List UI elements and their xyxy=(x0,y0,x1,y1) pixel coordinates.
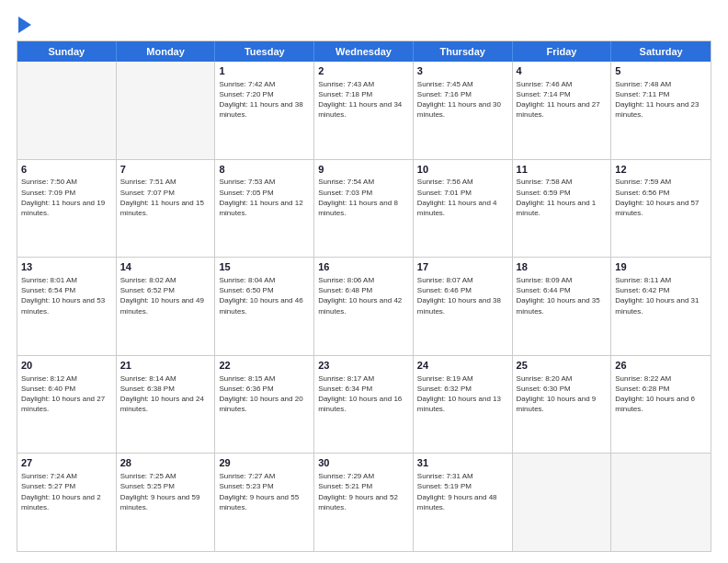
calendar-header: SundayMondayTuesdayWednesdayThursdayFrid… xyxy=(17,41,711,62)
cell-text: Sunrise: 8:12 AM Sunset: 6:40 PM Dayligh… xyxy=(21,373,112,415)
calendar-row: 27Sunrise: 7:24 AM Sunset: 5:27 PM Dayli… xyxy=(17,453,711,551)
cell-text: Sunrise: 7:31 AM Sunset: 5:19 PM Dayligh… xyxy=(417,471,508,512)
cell-text: Sunrise: 7:42 AM Sunset: 7:20 PM Dayligh… xyxy=(219,79,310,121)
cell-text: Sunrise: 7:46 AM Sunset: 7:14 PM Dayligh… xyxy=(517,79,608,121)
logo-arrow-icon xyxy=(18,17,31,33)
day-number: 14 xyxy=(120,260,211,274)
day-number: 27 xyxy=(21,456,112,470)
day-number: 11 xyxy=(517,163,608,177)
calendar-cell: 12Sunrise: 7:59 AM Sunset: 6:56 PM Dayli… xyxy=(611,160,711,258)
calendar-cell: 10Sunrise: 7:56 AM Sunset: 7:01 PM Dayli… xyxy=(414,160,513,258)
calendar-cell: 16Sunrise: 8:06 AM Sunset: 6:48 PM Dayli… xyxy=(314,258,414,355)
calendar-cell xyxy=(117,62,216,159)
calendar-cell: 9Sunrise: 7:54 AM Sunset: 7:03 PM Daylig… xyxy=(314,160,414,258)
day-number: 30 xyxy=(318,456,409,470)
calendar-cell xyxy=(17,62,117,159)
cell-text: Sunrise: 8:14 AM Sunset: 6:38 PM Dayligh… xyxy=(120,373,211,415)
day-number: 21 xyxy=(120,359,211,373)
calendar-cell: 30Sunrise: 7:29 AM Sunset: 5:21 PM Dayli… xyxy=(314,454,414,551)
cell-text: Sunrise: 8:07 AM Sunset: 6:46 PM Dayligh… xyxy=(417,275,508,316)
calendar-cell: 17Sunrise: 8:07 AM Sunset: 6:46 PM Dayli… xyxy=(414,258,513,355)
day-number: 2 xyxy=(318,64,409,78)
cell-text: Sunrise: 7:51 AM Sunset: 7:07 PM Dayligh… xyxy=(120,177,211,218)
day-header-sunday: Sunday xyxy=(17,41,117,62)
cell-text: Sunrise: 7:29 AM Sunset: 5:21 PM Dayligh… xyxy=(318,471,409,512)
calendar-row: 20Sunrise: 8:12 AM Sunset: 6:40 PM Dayli… xyxy=(17,355,711,454)
cell-text: Sunrise: 8:19 AM Sunset: 6:32 PM Dayligh… xyxy=(417,373,508,415)
calendar-cell: 11Sunrise: 7:58 AM Sunset: 6:59 PM Dayli… xyxy=(513,160,612,258)
day-header-saturday: Saturday xyxy=(611,41,711,62)
day-number: 6 xyxy=(21,163,112,177)
header xyxy=(17,17,711,33)
day-number: 16 xyxy=(318,260,409,274)
calendar-cell: 26Sunrise: 8:22 AM Sunset: 6:28 PM Dayli… xyxy=(611,356,711,454)
cell-text: Sunrise: 8:06 AM Sunset: 6:48 PM Dayligh… xyxy=(318,275,409,316)
cell-text: Sunrise: 7:45 AM Sunset: 7:16 PM Dayligh… xyxy=(417,79,508,121)
calendar-cell: 3Sunrise: 7:45 AM Sunset: 7:16 PM Daylig… xyxy=(414,62,513,159)
cell-text: Sunrise: 8:11 AM Sunset: 6:42 PM Dayligh… xyxy=(615,275,707,316)
calendar-cell: 6Sunrise: 7:50 AM Sunset: 7:09 PM Daylig… xyxy=(17,160,117,258)
cell-text: Sunrise: 7:25 AM Sunset: 5:25 PM Dayligh… xyxy=(120,471,211,512)
cell-text: Sunrise: 8:20 AM Sunset: 6:30 PM Dayligh… xyxy=(517,373,608,415)
calendar-cell xyxy=(611,454,711,551)
day-header-monday: Monday xyxy=(117,41,216,62)
calendar-cell: 31Sunrise: 7:31 AM Sunset: 5:19 PM Dayli… xyxy=(414,454,513,551)
day-number: 28 xyxy=(120,456,211,470)
day-header-tuesday: Tuesday xyxy=(215,41,314,62)
cell-text: Sunrise: 8:15 AM Sunset: 6:36 PM Dayligh… xyxy=(219,373,310,415)
calendar-cell: 7Sunrise: 7:51 AM Sunset: 7:07 PM Daylig… xyxy=(117,160,216,258)
cell-text: Sunrise: 7:50 AM Sunset: 7:09 PM Dayligh… xyxy=(21,177,112,218)
day-number: 13 xyxy=(21,260,112,274)
day-number: 29 xyxy=(219,456,310,470)
calendar-cell: 1Sunrise: 7:42 AM Sunset: 7:20 PM Daylig… xyxy=(215,62,314,159)
day-number: 10 xyxy=(417,163,508,177)
day-header-wednesday: Wednesday xyxy=(314,41,414,62)
day-number: 19 xyxy=(615,260,707,274)
cell-text: Sunrise: 7:48 AM Sunset: 7:11 PM Dayligh… xyxy=(615,79,707,121)
day-number: 3 xyxy=(417,64,508,78)
cell-text: Sunrise: 8:01 AM Sunset: 6:54 PM Dayligh… xyxy=(21,275,112,316)
day-number: 26 xyxy=(615,359,707,373)
cell-text: Sunrise: 7:27 AM Sunset: 5:23 PM Dayligh… xyxy=(219,471,310,512)
cell-text: Sunrise: 7:54 AM Sunset: 7:03 PM Dayligh… xyxy=(318,177,409,218)
calendar-cell: 21Sunrise: 8:14 AM Sunset: 6:38 PM Dayli… xyxy=(117,356,216,454)
calendar-cell: 18Sunrise: 8:09 AM Sunset: 6:44 PM Dayli… xyxy=(513,258,612,355)
logo xyxy=(17,17,31,33)
calendar-cell: 27Sunrise: 7:24 AM Sunset: 5:27 PM Dayli… xyxy=(17,454,117,551)
day-number: 24 xyxy=(417,359,508,373)
day-number: 8 xyxy=(219,163,310,177)
day-number: 12 xyxy=(615,163,707,177)
cell-text: Sunrise: 8:22 AM Sunset: 6:28 PM Dayligh… xyxy=(615,373,707,415)
day-number: 5 xyxy=(615,64,707,78)
cell-text: Sunrise: 7:58 AM Sunset: 6:59 PM Dayligh… xyxy=(517,177,608,218)
calendar-cell: 20Sunrise: 8:12 AM Sunset: 6:40 PM Dayli… xyxy=(17,356,117,454)
calendar-cell: 8Sunrise: 7:53 AM Sunset: 7:05 PM Daylig… xyxy=(215,160,314,258)
day-number: 31 xyxy=(417,456,508,470)
cell-text: Sunrise: 8:09 AM Sunset: 6:44 PM Dayligh… xyxy=(517,275,608,316)
day-header-thursday: Thursday xyxy=(414,41,513,62)
day-number: 9 xyxy=(318,163,409,177)
day-number: 4 xyxy=(517,64,608,78)
cell-text: Sunrise: 8:17 AM Sunset: 6:34 PM Dayligh… xyxy=(318,373,409,415)
calendar-cell: 28Sunrise: 7:25 AM Sunset: 5:25 PM Dayli… xyxy=(117,454,216,551)
calendar-cell: 24Sunrise: 8:19 AM Sunset: 6:32 PM Dayli… xyxy=(414,356,513,454)
calendar-row: 13Sunrise: 8:01 AM Sunset: 6:54 PM Dayli… xyxy=(17,257,711,355)
day-header-friday: Friday xyxy=(513,41,612,62)
cell-text: Sunrise: 7:53 AM Sunset: 7:05 PM Dayligh… xyxy=(219,177,310,218)
calendar-cell: 19Sunrise: 8:11 AM Sunset: 6:42 PM Dayli… xyxy=(611,258,711,355)
cell-text: Sunrise: 7:56 AM Sunset: 7:01 PM Dayligh… xyxy=(417,177,508,218)
calendar-cell: 15Sunrise: 8:04 AM Sunset: 6:50 PM Dayli… xyxy=(215,258,314,355)
calendar-row: 6Sunrise: 7:50 AM Sunset: 7:09 PM Daylig… xyxy=(17,159,711,258)
calendar-body: 1Sunrise: 7:42 AM Sunset: 7:20 PM Daylig… xyxy=(17,62,711,551)
calendar-cell: 2Sunrise: 7:43 AM Sunset: 7:18 PM Daylig… xyxy=(314,62,414,159)
calendar-cell xyxy=(513,454,612,551)
calendar-cell: 25Sunrise: 8:20 AM Sunset: 6:30 PM Dayli… xyxy=(513,356,612,454)
day-number: 18 xyxy=(517,260,608,274)
day-number: 23 xyxy=(318,359,409,373)
day-number: 1 xyxy=(219,64,310,78)
cell-text: Sunrise: 8:02 AM Sunset: 6:52 PM Dayligh… xyxy=(120,275,211,316)
calendar-cell: 23Sunrise: 8:17 AM Sunset: 6:34 PM Dayli… xyxy=(314,356,414,454)
day-number: 7 xyxy=(120,163,211,177)
calendar-cell: 22Sunrise: 8:15 AM Sunset: 6:36 PM Dayli… xyxy=(215,356,314,454)
calendar-row: 1Sunrise: 7:42 AM Sunset: 7:20 PM Daylig… xyxy=(17,62,711,159)
